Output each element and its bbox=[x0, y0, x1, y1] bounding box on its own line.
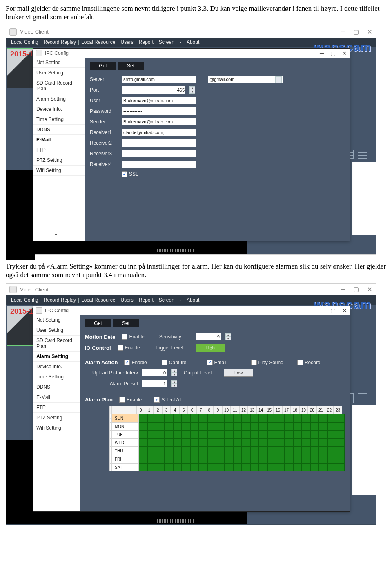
schedule-cell[interactable] bbox=[310, 447, 319, 455]
schedule-cell[interactable] bbox=[190, 463, 199, 471]
schedule-cell[interactable] bbox=[276, 422, 285, 430]
schedule-cell[interactable] bbox=[139, 422, 147, 430]
schedule-cell[interactable] bbox=[242, 447, 250, 455]
schedule-cell[interactable] bbox=[293, 447, 302, 455]
schedule-cell[interactable] bbox=[310, 439, 319, 447]
schedule-cell[interactable] bbox=[250, 439, 259, 447]
schedule-cell[interactable] bbox=[173, 447, 182, 455]
schedule-cell[interactable] bbox=[233, 463, 242, 471]
schedule-cell[interactable] bbox=[319, 447, 327, 455]
schedule-cell[interactable] bbox=[250, 447, 259, 455]
schedule-cell[interactable] bbox=[336, 422, 345, 430]
preset-spinner[interactable]: ▲▼ bbox=[172, 380, 177, 387]
schedule-cell[interactable] bbox=[182, 463, 190, 471]
schedule-cell[interactable] bbox=[285, 463, 293, 471]
select-all-checkbox[interactable]: ✔Select All bbox=[154, 397, 181, 403]
schedule-cell[interactable] bbox=[293, 439, 302, 447]
plan-enable-checkbox[interactable]: ✔Enable bbox=[119, 397, 142, 403]
port-spinner[interactable]: ▲▼ bbox=[189, 86, 195, 94]
schedule-cell[interactable] bbox=[285, 439, 293, 447]
schedule-cell[interactable] bbox=[225, 463, 233, 471]
schedule-cell[interactable] bbox=[327, 447, 336, 455]
sidebar-item[interactable]: Wifi Setting bbox=[33, 423, 80, 433]
schedule-cell[interactable] bbox=[182, 422, 190, 430]
sidebar-item[interactable]: Net Setting bbox=[33, 315, 80, 325]
schedule-cell[interactable] bbox=[285, 422, 293, 430]
schedule-cell[interactable] bbox=[199, 439, 207, 447]
schedule-cell[interactable] bbox=[207, 430, 216, 439]
io-enable-checkbox[interactable]: ✔Enable bbox=[118, 345, 140, 351]
schedule-cell[interactable] bbox=[233, 447, 242, 455]
dropdown-icon[interactable]: ▾ bbox=[55, 232, 57, 237]
sidebar-item[interactable]: DDNS bbox=[33, 125, 85, 135]
schedule-cell[interactable] bbox=[285, 414, 293, 422]
schedule-cell[interactable] bbox=[233, 455, 242, 463]
minimize-icon[interactable]: ─ bbox=[341, 286, 345, 293]
sidebar-item[interactable]: SD Card Record Plan bbox=[33, 336, 80, 352]
get-button[interactable]: Get bbox=[85, 319, 111, 327]
schedule-cell[interactable] bbox=[233, 414, 242, 422]
schedule-cell[interactable] bbox=[182, 430, 190, 439]
sidebar-item[interactable]: User Setting bbox=[33, 68, 85, 78]
schedule-cell[interactable] bbox=[139, 430, 147, 439]
sidebar-item[interactable]: Device Info. bbox=[33, 104, 85, 114]
schedule-cell[interactable] bbox=[199, 430, 207, 439]
schedule-cell[interactable] bbox=[302, 414, 310, 422]
schedule-cell[interactable] bbox=[293, 430, 302, 439]
schedule-cell[interactable] bbox=[147, 463, 156, 471]
schedule-cell[interactable] bbox=[173, 430, 182, 439]
schedule-cell[interactable] bbox=[225, 422, 233, 430]
output-low-button[interactable]: Low bbox=[224, 369, 253, 377]
schedule-cell[interactable] bbox=[225, 447, 233, 455]
sidebar-item[interactable]: Device Info. bbox=[33, 362, 80, 372]
schedule-cell[interactable] bbox=[310, 463, 319, 471]
schedule-cell[interactable] bbox=[310, 430, 319, 439]
sidebar-item[interactable]: PTZ Setting bbox=[33, 155, 85, 166]
maximize-icon[interactable]: ▢ bbox=[330, 50, 336, 56]
sidebar-item[interactable]: Net Setting bbox=[33, 58, 85, 68]
schedule-cell[interactable] bbox=[147, 439, 156, 447]
schedule-cell[interactable] bbox=[139, 439, 147, 447]
sender-input[interactable]: Brukernavn@milrab.com bbox=[122, 118, 196, 125]
schedule-cell[interactable] bbox=[276, 447, 285, 455]
schedule-cell[interactable] bbox=[336, 430, 345, 439]
schedule-grid[interactable]: 01234567891011121314151617181920212223▸S… bbox=[109, 406, 345, 471]
schedule-cell[interactable] bbox=[267, 430, 276, 439]
schedule-cell[interactable] bbox=[319, 455, 327, 463]
menu-item[interactable]: Record Replay bbox=[41, 298, 79, 303]
sidebar-item[interactable]: Time Setting bbox=[33, 114, 85, 125]
schedule-cell[interactable] bbox=[225, 414, 233, 422]
schedule-cell[interactable] bbox=[165, 422, 173, 430]
schedule-cell[interactable] bbox=[285, 447, 293, 455]
motion-enable-checkbox[interactable]: ✔Enable bbox=[122, 334, 144, 340]
menu-item[interactable]: About bbox=[184, 298, 202, 303]
schedule-cell[interactable] bbox=[267, 455, 276, 463]
schedule-cell[interactable] bbox=[156, 439, 165, 447]
schedule-cell[interactable] bbox=[336, 439, 345, 447]
schedule-cell[interactable] bbox=[302, 463, 310, 471]
menu-item[interactable]: Report bbox=[136, 298, 156, 303]
receiver4-input[interactable] bbox=[122, 161, 196, 168]
schedule-cell[interactable] bbox=[302, 430, 310, 439]
schedule-cell[interactable] bbox=[259, 422, 267, 430]
schedule-cell[interactable] bbox=[327, 463, 336, 471]
menu-item[interactable]: - bbox=[177, 298, 184, 303]
schedule-cell[interactable] bbox=[173, 463, 182, 471]
schedule-cell[interactable] bbox=[165, 455, 173, 463]
schedule-cell[interactable] bbox=[285, 430, 293, 439]
schedule-cell[interactable] bbox=[173, 439, 182, 447]
schedule-cell[interactable] bbox=[216, 422, 225, 430]
schedule-cell[interactable] bbox=[147, 430, 156, 439]
schedule-cell[interactable] bbox=[276, 463, 285, 471]
schedule-cell[interactable] bbox=[302, 447, 310, 455]
playsound-checkbox[interactable]: ✔Play Sound bbox=[251, 360, 283, 365]
password-input[interactable]: •••••••••••• bbox=[122, 107, 196, 115]
schedule-cell[interactable] bbox=[216, 447, 225, 455]
receiver1-input[interactable]: claude@milrab.com;; bbox=[122, 129, 196, 136]
schedule-cell[interactable] bbox=[216, 430, 225, 439]
schedule-cell[interactable] bbox=[310, 414, 319, 422]
maximize-icon[interactable]: ▢ bbox=[353, 28, 359, 36]
get-button[interactable]: Get bbox=[90, 62, 116, 70]
schedule-cell[interactable] bbox=[190, 447, 199, 455]
schedule-cell[interactable] bbox=[302, 439, 310, 447]
